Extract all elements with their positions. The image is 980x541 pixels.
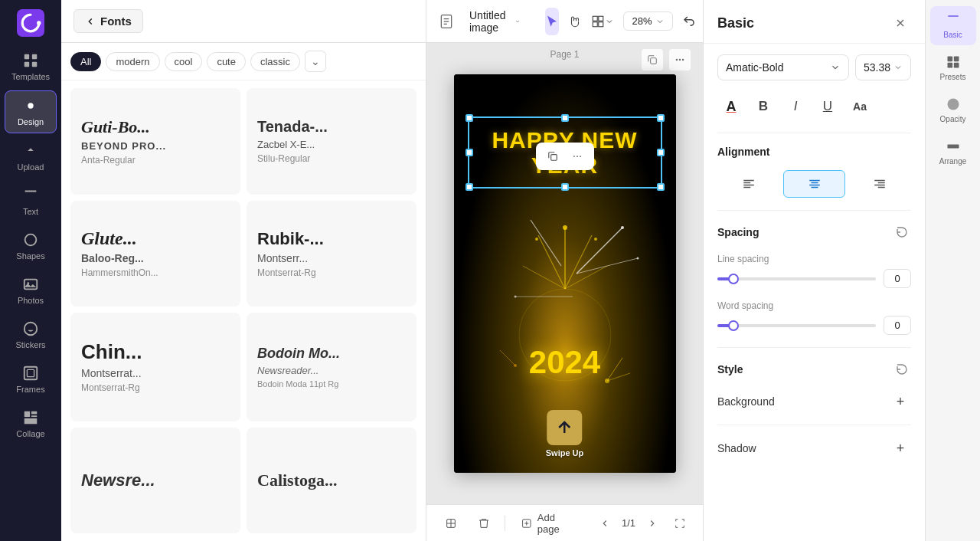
underline-button[interactable]: U — [814, 93, 841, 120]
divider-2 — [717, 210, 911, 211]
handle-top-mid[interactable] — [561, 114, 569, 122]
page-copy-button[interactable] — [642, 49, 663, 70]
sidebar-item-templates[interactable]: Templates — [5, 46, 57, 87]
font-small-0: Anta-Regular — [81, 155, 230, 166]
panel-body: Amatic-Bold 53.38 A B I U Aa Alignment — [704, 44, 925, 541]
style-label: Style — [717, 363, 743, 375]
line-spacing-track[interactable] — [717, 277, 876, 280]
background-row: Background + — [717, 391, 911, 412]
font-card-2[interactable]: Glute... Baloo-Reg... HammersmithOn... — [70, 201, 240, 307]
word-spacing-value[interactable]: 0 — [884, 316, 911, 335]
element-more-button[interactable] — [567, 146, 588, 167]
zoom-button[interactable]: 28% — [623, 11, 672, 31]
font-card-7[interactable]: Calistoga... — [247, 428, 416, 534]
sidebar-item-design[interactable]: Design — [5, 90, 57, 133]
bottom-thumbnail-button[interactable] — [439, 511, 462, 536]
add-background-button[interactable]: + — [890, 391, 911, 412]
view-toggle-button[interactable] — [591, 8, 614, 35]
add-shadow-button[interactable]: + — [890, 438, 911, 459]
mini-nav-opacity[interactable]: Opacity — [930, 90, 976, 130]
filter-classic[interactable]: classic — [250, 52, 300, 71]
bold-button[interactable]: B — [750, 93, 777, 120]
sidebar-item-stickers[interactable]: Stickers — [5, 314, 57, 356]
font-display-7: Calistoga... — [257, 471, 406, 490]
next-page-button[interactable] — [642, 513, 663, 534]
case-button[interactable]: Aa — [846, 93, 874, 120]
sidebar-item-upload[interactable]: Upload — [5, 136, 57, 178]
doc-title-button[interactable]: Untitled image — [463, 6, 527, 37]
filter-modern[interactable]: modern — [106, 52, 159, 71]
element-copy-button[interactable] — [542, 146, 564, 167]
handle-bottom-mid[interactable] — [561, 183, 569, 191]
sidebar-item-shapes[interactable]: Shapes — [5, 225, 57, 267]
page-more-button[interactable] — [669, 49, 691, 70]
italic-button[interactable]: I — [782, 93, 809, 120]
mini-nav-basic[interactable]: Basic — [930, 6, 976, 45]
svg-rect-3 — [32, 54, 37, 59]
mini-nav-presets[interactable]: Presets — [930, 48, 976, 87]
handle-bottom-left[interactable] — [466, 183, 473, 191]
font-display-3: Rubik-... — [257, 229, 406, 249]
fullscreen-button[interactable] — [669, 513, 691, 534]
app-logo[interactable] — [14, 6, 47, 40]
handle-top-left[interactable] — [466, 114, 473, 122]
swipe-up-label: Swipe Up — [546, 448, 584, 457]
line-spacing-label: Line spacing — [717, 254, 911, 264]
text-selection-box[interactable]: HAPPY NEW YEAR — [468, 116, 662, 189]
font-card-3[interactable]: Rubik-... Montserr... Montserrat-Rg — [247, 201, 416, 307]
panel-close-button[interactable] — [890, 12, 911, 34]
font-card-6[interactable]: Newsre... — [70, 428, 240, 534]
prev-page-button[interactable] — [594, 513, 616, 534]
filter-more-button[interactable]: ⌄ — [305, 51, 326, 72]
font-sub-4: Montserrat... — [81, 367, 230, 379]
fonts-panel: Fonts All modern cool cute classic ⌄ Gut… — [61, 0, 426, 541]
svg-point-53 — [580, 156, 581, 157]
word-spacing-label: Word spacing — [717, 300, 911, 311]
hand-tool-button[interactable] — [568, 8, 582, 35]
sidebar-item-text[interactable]: Text — [5, 181, 57, 222]
font-small-3: Montserrat-Rg — [257, 267, 406, 278]
word-spacing-track[interactable] — [717, 324, 876, 327]
align-center-button[interactable] — [783, 170, 846, 198]
sidebar-item-frames[interactable]: Frames — [5, 359, 57, 400]
align-right-button[interactable] — [848, 170, 911, 198]
font-display-0: Guti-Bo... — [81, 117, 230, 137]
style-reset-button[interactable] — [893, 360, 911, 379]
filter-all[interactable]: All — [70, 52, 101, 71]
text-color-button[interactable]: A — [717, 93, 745, 120]
year-text[interactable]: 2024 — [454, 344, 676, 381]
handle-bottom-right[interactable] — [657, 183, 665, 191]
font-card-0[interactable]: Guti-Bo... BEYOND PRO... Anta-Regular — [70, 88, 240, 195]
handle-top-right[interactable] — [657, 114, 665, 122]
fonts-back-button[interactable]: Fonts — [74, 9, 143, 33]
bottom-delete-button[interactable] — [472, 511, 495, 536]
line-spacing-thumb[interactable] — [728, 274, 739, 284]
sidebar-item-photos[interactable]: Photos — [5, 270, 57, 311]
add-page-button[interactable]: Add page — [514, 509, 585, 538]
style-header-row: Style — [717, 360, 911, 379]
spacing-reset-button[interactable] — [893, 223, 911, 241]
font-family-dropdown[interactable]: Amatic-Bold — [717, 54, 849, 80]
filter-cute[interactable]: cute — [207, 52, 246, 71]
filter-cool[interactable]: cool — [165, 52, 203, 71]
svg-point-51 — [573, 156, 575, 157]
handle-mid-right[interactable] — [657, 149, 665, 156]
font-small-2: HammersmithOn... — [81, 267, 230, 278]
handle-mid-left[interactable] — [466, 149, 473, 156]
swipe-up-icon[interactable] — [547, 410, 582, 445]
line-spacing-control: 0 — [717, 269, 911, 288]
sidebar-item-collage[interactable]: Collage — [5, 403, 57, 444]
font-card-1[interactable]: Tenada-... Zacbel X-E... Stilu-Regular — [247, 88, 416, 195]
word-spacing-thumb[interactable] — [728, 320, 739, 331]
undo-button[interactable] — [682, 8, 696, 35]
line-spacing-value[interactable]: 0 — [884, 269, 911, 288]
font-sub-1: Zacbel X-E... — [257, 139, 406, 150]
select-tool-button[interactable] — [545, 8, 559, 35]
fonts-grid: Guti-Bo... BEYOND PRO... Anta-Regular Te… — [61, 80, 426, 541]
font-size-dropdown[interactable]: 53.38 — [855, 54, 911, 80]
font-card-5[interactable]: Bodoin Mo... Newsreader... Bodoin Moda 1… — [247, 313, 416, 421]
mini-nav-arrange[interactable]: Arrange — [930, 133, 976, 172]
align-left-button[interactable] — [717, 170, 780, 198]
font-card-4[interactable]: Chin... Montserrat... Montserrat-Rg — [70, 313, 240, 421]
canvas-main: Page 1 — [426, 43, 703, 504]
